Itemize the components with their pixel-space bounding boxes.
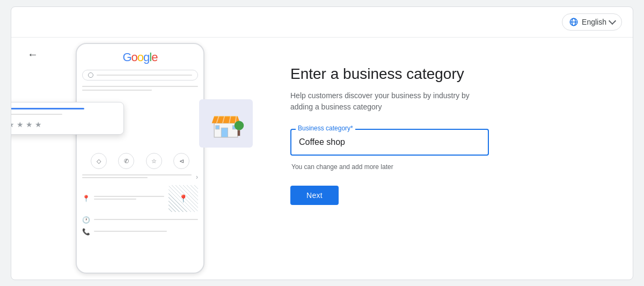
- svg-rect-14: [238, 130, 240, 136]
- store-illustration: [199, 99, 253, 148]
- store-icon: [207, 106, 245, 141]
- search-icon: [88, 72, 93, 78]
- phone-mockup: Google ◇: [76, 43, 204, 274]
- next-button[interactable]: Next: [290, 186, 339, 205]
- info-row-location: 📍 📍: [82, 185, 198, 212]
- main-content: ← Google: [11, 38, 633, 280]
- chevron-right-icon: ›: [196, 173, 198, 181]
- form-subtitle: Help customers discover your business by…: [290, 90, 484, 113]
- info-lines-location: [94, 196, 164, 201]
- info-lines-phone: [94, 231, 198, 233]
- location-icon: 📍: [82, 195, 90, 202]
- language-label: English: [582, 18, 606, 26]
- info-row-chevron: ›: [82, 173, 198, 181]
- share-icon: ⊲: [173, 153, 189, 169]
- input-hint: You can change and add more later: [291, 163, 601, 171]
- star-3: ★: [26, 120, 33, 129]
- business-category-input[interactable]: [290, 129, 489, 156]
- business-category-field-group: Business category*: [290, 129, 489, 156]
- info-row-phone: 📞: [82, 228, 198, 236]
- svg-rect-4: [221, 128, 228, 137]
- search-line: [97, 75, 192, 76]
- info-row-hours: 🕐: [82, 216, 198, 224]
- info-lines-1: [82, 174, 192, 180]
- save-icon: ☆: [146, 153, 162, 169]
- card-gray-line: [11, 114, 62, 115]
- star-1: ★: [11, 120, 14, 129]
- star-4: ★: [35, 120, 42, 129]
- top-bar: English: [11, 7, 633, 38]
- info-lines-hours: [94, 219, 198, 222]
- field-label: Business category*: [296, 124, 355, 132]
- clock-icon: 🕐: [82, 216, 90, 224]
- phone-icon: 📞: [82, 228, 90, 236]
- call-icon: ✆: [118, 153, 134, 169]
- map-thumbnail: 📍: [169, 185, 198, 212]
- main-frame: English ← Google: [11, 6, 633, 280]
- phone-icons-row: ◇ ✆ ☆ ⊲: [82, 153, 198, 169]
- phone-lines: [82, 86, 198, 91]
- phone-content: Google ◇: [77, 44, 203, 246]
- language-selector[interactable]: English: [562, 13, 622, 31]
- directions-icon: ◇: [91, 153, 107, 169]
- business-card: ★ ★ ★ ★: [11, 102, 124, 135]
- right-panel: Enter a business category Help customers…: [269, 38, 633, 280]
- card-blue-line: [11, 108, 84, 109]
- phone-line-2: [82, 90, 152, 91]
- star-2: ★: [17, 120, 24, 129]
- svg-point-13: [235, 121, 244, 130]
- back-button[interactable]: ←: [27, 48, 38, 61]
- phone-search-bar: [82, 70, 198, 80]
- left-panel: ← Google: [11, 38, 269, 280]
- svg-rect-5: [216, 126, 219, 129]
- globe-icon: [569, 17, 579, 27]
- form-title: Enter a business category: [290, 64, 601, 84]
- card-stars: ★ ★ ★ ★: [11, 120, 117, 129]
- map-pin-icon: 📍: [179, 194, 188, 203]
- google-logo: Google: [82, 50, 198, 64]
- chevron-down-icon: [609, 17, 616, 24]
- phone-line-1: [82, 86, 198, 87]
